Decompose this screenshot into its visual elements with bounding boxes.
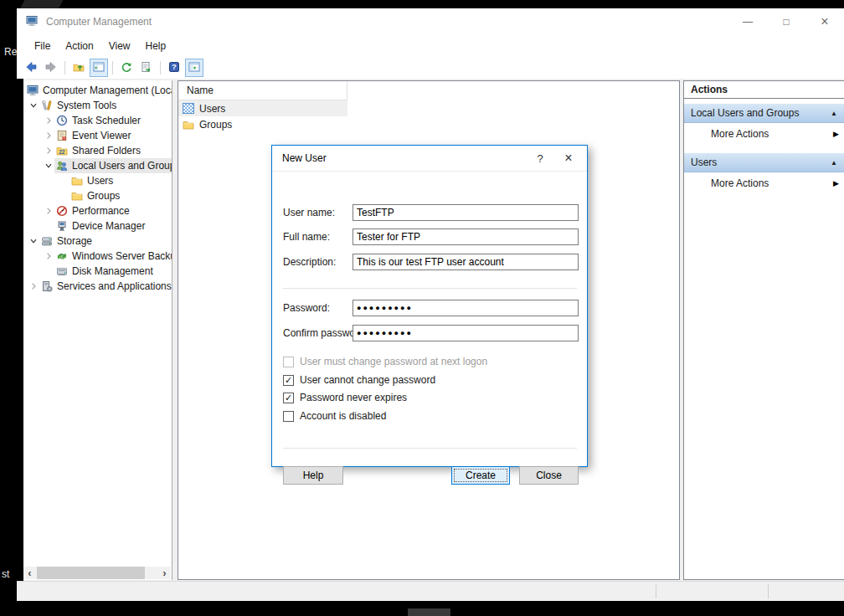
- collapse-arrow-icon[interactable]: ▲: [831, 159, 837, 167]
- svg-text:22: 22: [59, 149, 65, 155]
- tree-item-label: Services and Applications: [57, 280, 172, 292]
- dialog-title-bar[interactable]: New User ? ×: [272, 146, 587, 172]
- chevron-down-icon[interactable]: [43, 160, 54, 172]
- tree-item-event-viewer[interactable]: Event Viewer: [23, 128, 172, 143]
- create-button[interactable]: Create: [451, 466, 510, 485]
- checkbox-label: User cannot change password: [300, 374, 435, 386]
- scroll-left-arrow[interactable]: ‹: [23, 567, 36, 579]
- collapse-arrow-icon[interactable]: ▲: [831, 110, 837, 117]
- full-name-input[interactable]: [353, 228, 579, 245]
- tree-item-groups[interactable]: Groups: [23, 188, 172, 203]
- desktop-icon-label-fragment: st: [2, 568, 9, 580]
- up-one-level-toolbar-button[interactable]: [69, 59, 88, 77]
- dialog-close-icon[interactable]: ×: [555, 146, 582, 171]
- help-button[interactable]: Help: [283, 466, 343, 485]
- chevron-down-icon[interactable]: [28, 235, 39, 247]
- tree-item-task-scheduler[interactable]: Task Scheduler: [23, 113, 172, 128]
- chevron-right-icon[interactable]: [43, 115, 54, 126]
- chevron-right-icon[interactable]: [43, 250, 54, 262]
- more-actions-label: More Actions: [711, 177, 833, 189]
- tree-item-system-tools[interactable]: System Tools: [23, 98, 172, 113]
- horizontal-scrollbar[interactable]: ‹ ›: [23, 567, 171, 579]
- tree-item-windows-server-backup[interactable]: Windows Server Backup: [23, 249, 172, 264]
- tree-item-performance[interactable]: Performance: [23, 203, 172, 218]
- menu-bar: FileActionViewHelp: [17, 35, 844, 57]
- section-header-label: Users: [691, 157, 831, 168]
- checkbox-user-cannot-change-password[interactable]: ✓: [283, 375, 294, 386]
- tree-item-device-manager[interactable]: Device Manager: [23, 218, 172, 234]
- actions-section-header-local-users-and-groups[interactable]: Local Users and Groups▲: [684, 104, 844, 123]
- refresh-toolbar-button[interactable]: [117, 59, 136, 77]
- tree-item-disk-management[interactable]: Disk Management: [23, 264, 172, 279]
- field-row-description: Description:: [272, 254, 587, 270]
- chevron-right-icon[interactable]: [43, 145, 54, 157]
- list-item-users[interactable]: Users: [178, 100, 347, 116]
- chevron-right-icon[interactable]: [28, 280, 39, 292]
- desktop: { "desktop": { "label_fragment_top": "Re…: [0, 0, 844, 616]
- tree-item-local-users-and-groups[interactable]: Local Users and Groups: [23, 158, 172, 173]
- field-row-confirm-password: Confirm password:: [272, 325, 587, 341]
- field-row-user-name: User name:: [272, 204, 587, 221]
- menu-help[interactable]: Help: [138, 38, 174, 54]
- forward-toolbar-button[interactable]: [42, 59, 60, 77]
- checkbox-password-never-expires[interactable]: ✓: [283, 393, 294, 403]
- folder-icon: [71, 190, 84, 202]
- chevron-down-icon[interactable]: [28, 100, 39, 111]
- tree-item-label: Windows Server Backup: [72, 250, 172, 262]
- window-title: Computer Management: [46, 16, 152, 28]
- refresh-icon: [121, 61, 132, 75]
- actions-section-users: Users▲More Actions▶: [684, 153, 844, 193]
- menu-file[interactable]: File: [27, 38, 58, 54]
- actions-section-header-users[interactable]: Users▲: [684, 153, 844, 172]
- field-label: Full name:: [283, 228, 330, 245]
- submenu-arrow-icon: ▶: [833, 179, 839, 187]
- scrollbar-thumb[interactable]: [37, 567, 145, 579]
- confirm-password-input[interactable]: [353, 325, 579, 341]
- back-icon: [25, 61, 37, 75]
- title-bar[interactable]: Computer Management — □ ×: [17, 8, 844, 35]
- more-actions-local-users-and-groups[interactable]: More Actions▶: [684, 123, 844, 144]
- scroll-right-arrow[interactable]: ›: [158, 567, 171, 579]
- svg-text:?: ?: [172, 62, 177, 71]
- close-dialog-button[interactable]: Close: [519, 466, 579, 485]
- actions-pane-title: Actions: [684, 81, 844, 99]
- column-header-name[interactable]: Name: [178, 81, 347, 100]
- tree-item-storage[interactable]: Storage: [23, 234, 172, 249]
- tree-item-label: Groups: [87, 190, 120, 202]
- export-list-toolbar-button[interactable]: [137, 59, 156, 77]
- close-button[interactable]: ×: [805, 8, 844, 35]
- maximize-button[interactable]: □: [767, 8, 805, 35]
- chevron-right-icon[interactable]: [43, 205, 54, 217]
- menu-action[interactable]: Action: [58, 38, 100, 54]
- tree-item-services-and-applications[interactable]: Services and Applications: [23, 279, 172, 294]
- checkbox-row-account-is-disabled: Account is disabled: [283, 409, 386, 423]
- tree-item-shared-folders[interactable]: 22Shared Folders: [23, 143, 172, 158]
- dialog-help-icon[interactable]: ?: [527, 146, 553, 171]
- help-toolbar-button[interactable]: ?: [165, 59, 183, 77]
- separator: [283, 448, 577, 449]
- field-row-password: Password:: [272, 300, 587, 316]
- minimize-button[interactable]: —: [728, 8, 767, 35]
- show-console-tree-toolbar-button[interactable]: [90, 59, 108, 77]
- menu-view[interactable]: View: [101, 38, 138, 54]
- expander-spacer: [58, 175, 69, 187]
- more-actions-users[interactable]: More Actions▶: [684, 172, 844, 193]
- up-one-level-icon: [73, 61, 85, 75]
- back-toolbar-button[interactable]: [22, 59, 40, 77]
- user-name-input[interactable]: [353, 204, 579, 221]
- tree-item-users[interactable]: Users: [23, 173, 172, 188]
- folder-icon: [183, 119, 194, 130]
- system-tools-icon: [41, 100, 54, 111]
- more-actions-label: More Actions: [711, 128, 833, 140]
- description-input[interactable]: [353, 254, 579, 270]
- tree-item-label: Performance: [72, 205, 130, 217]
- chevron-right-icon[interactable]: [43, 130, 54, 141]
- checkbox-label: Account is disabled: [300, 410, 386, 422]
- show-action-pane-toolbar-button[interactable]: [185, 59, 203, 77]
- tree-item-computer-management-local[interactable]: Computer Management (Local): [23, 83, 172, 98]
- checkbox-account-is-disabled[interactable]: [283, 411, 294, 422]
- list-item-groups[interactable]: Groups: [178, 116, 347, 132]
- password-input[interactable]: [353, 300, 579, 316]
- field-label: Description:: [283, 254, 336, 270]
- services-icon: [41, 280, 54, 292]
